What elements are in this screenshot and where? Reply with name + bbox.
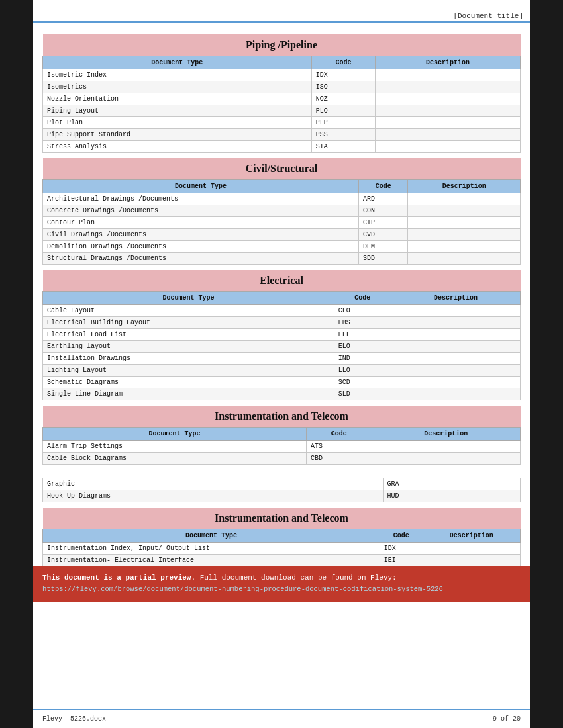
doc-title: [Document title] xyxy=(453,12,523,20)
table-row: Earthling layoutELO xyxy=(43,341,521,353)
piping-col-code: Code xyxy=(311,56,375,69)
inst-bottom-col-doctype: Document Type xyxy=(43,529,380,543)
instrumentation-col-doctype: Document Type xyxy=(43,428,307,441)
electrical-table: Electrical Document Type Code Descriptio… xyxy=(42,270,521,400)
table-row: Instrumentation- Electrical InterfaceIEI xyxy=(43,555,521,567)
table-row: Electrical Building LayoutEBS xyxy=(43,317,521,329)
table-row: Piping LayoutPLO xyxy=(43,105,521,117)
bottom-content: GraphicGRA Hook-Up DiagramsHUD Instrumen… xyxy=(33,471,530,635)
preview-banner-link[interactable]: https://flevy.com/browse/document/docume… xyxy=(42,585,443,593)
electrical-section-header: Electrical xyxy=(43,270,521,292)
inst-bottom-col-desc: Description xyxy=(423,529,520,543)
civil-col-code: Code xyxy=(358,180,408,193)
piping-pipeline-table: Piping /Pipeline Document Type Code Desc… xyxy=(42,34,521,153)
preview-banner: This document is a partial preview. Full… xyxy=(33,566,530,602)
piping-section-header: Piping /Pipeline xyxy=(43,34,521,56)
electrical-col-header: Document Type Code Description xyxy=(43,292,521,305)
piping-col-header: Document Type Code Description xyxy=(43,56,521,69)
table-row: Hook-Up DiagramsHUD xyxy=(43,490,521,502)
table-row: Architectural Drawings /DocumentsARD xyxy=(43,193,521,205)
table-row: Lighting LayoutLLO xyxy=(43,365,521,377)
content-area: Piping /Pipeline Document Type Code Desc… xyxy=(33,28,530,471)
civil-section-title: Civil/Structural xyxy=(43,158,521,180)
instrumentation-section-title-top: Instrumentation and Telecom xyxy=(43,406,521,428)
instrumentation-col-desc: Description xyxy=(372,428,520,441)
instrumentation-section-header-top: Instrumentation and Telecom xyxy=(43,406,521,428)
footer-page: 9 of 20 xyxy=(493,715,521,723)
instrumentation-col-header-bottom: Document Type Code Description xyxy=(43,529,521,543)
table-row: Installation DrawingsIND xyxy=(43,353,521,365)
table-row: GraphicGRA xyxy=(43,478,521,490)
footer: Flevy__5226.docx 9 of 20 xyxy=(33,709,530,728)
table-row: Pipe Support StandardPSS xyxy=(43,129,521,141)
extra-rows-table: GraphicGRA Hook-Up DiagramsHUD xyxy=(42,478,521,502)
table-row: Structural Drawings /DocumentsSDD xyxy=(43,253,521,265)
table-row: Cable Block DiagramsCBD xyxy=(43,453,521,465)
table-row: IsometricsISO xyxy=(43,81,521,93)
table-row: Alarm Trip SettingsATS xyxy=(43,441,521,453)
civil-structural-table: Civil/Structural Document Type Code Desc… xyxy=(42,158,521,265)
table-row: Cable LayoutCLO xyxy=(43,305,521,317)
instrumentation-table-top: Instrumentation and Telecom Document Typ… xyxy=(42,406,521,465)
instrumentation-section-title-bottom: Instrumentation and Telecom xyxy=(43,508,521,529)
civil-col-desc: Description xyxy=(408,180,521,193)
civil-col-doctype: Document Type xyxy=(43,180,359,193)
instrumentation-section-header-bottom: Instrumentation and Telecom xyxy=(43,508,521,529)
piping-col-desc: Description xyxy=(376,56,521,69)
electrical-section-title: Electrical xyxy=(43,270,521,292)
inst-bottom-col-code: Code xyxy=(380,529,423,543)
table-row: Isometric IndexIDX xyxy=(43,69,521,81)
electrical-col-code: Code xyxy=(334,292,391,305)
table-row: Stress AnalysisSTA xyxy=(43,141,521,153)
instrumentation-col-code: Code xyxy=(306,428,372,441)
instrumentation-col-header-top: Document Type Code Description xyxy=(43,428,521,441)
table-row: Instrumentation Index, Input/ Output Lis… xyxy=(43,543,521,555)
table-row: Nozzle OrientationNOZ xyxy=(43,93,521,105)
piping-section-title: Piping /Pipeline xyxy=(43,34,521,56)
preview-banner-text2: Full document download can be found on F… xyxy=(200,574,397,582)
electrical-col-doctype: Document Type xyxy=(43,292,334,305)
piping-col-doctype: Document Type xyxy=(43,56,312,69)
table-row: Electrical Load ListELL xyxy=(43,329,521,341)
table-row: Concrete Drawings /DocumentsCON xyxy=(43,205,521,217)
table-row: Demolition Drawings /DocumentsDEM xyxy=(43,241,521,253)
table-row: Single Line DiagramSLD xyxy=(43,388,521,400)
table-row: Plot PlanPLP xyxy=(43,117,521,129)
doc-title-area: [Document title] xyxy=(33,0,530,23)
civil-section-header: Civil/Structural xyxy=(43,158,521,180)
table-row: Schematic DiagramsSCD xyxy=(43,377,521,388)
table-row: Contour PlanCTP xyxy=(43,217,521,229)
electrical-col-desc: Description xyxy=(391,292,520,305)
preview-banner-bold: This document is a partial preview. xyxy=(42,574,195,582)
footer-filename: Flevy__5226.docx xyxy=(42,715,106,723)
table-row: Civil Drawings /DocumentsCVD xyxy=(43,229,521,241)
civil-col-header: Document Type Code Description xyxy=(43,180,521,193)
